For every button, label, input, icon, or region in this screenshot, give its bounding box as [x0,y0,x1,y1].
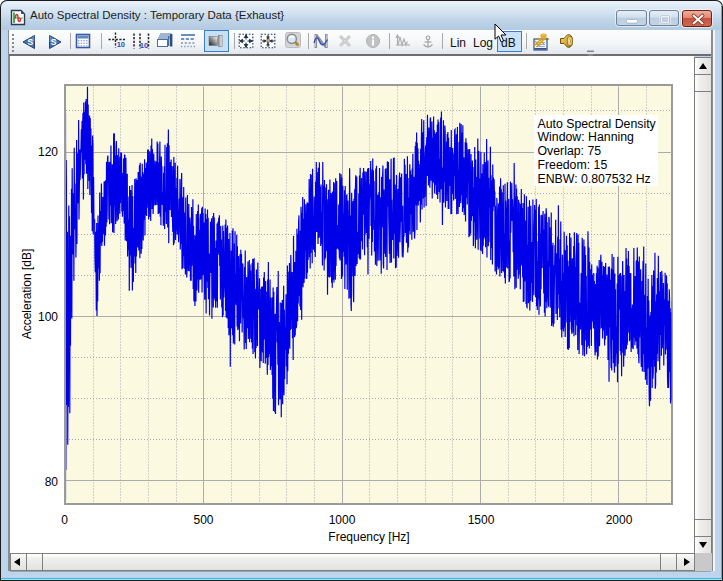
svg-text:0: 0 [61,513,68,527]
svg-text:Window: Hanning: Window: Hanning [538,130,635,144]
svg-text:Overlap: 75: Overlap: 75 [538,144,602,158]
svg-text:1000: 1000 [329,513,356,527]
svg-text:2000: 2000 [606,513,633,527]
svg-text:500: 500 [193,513,213,527]
svg-text:120: 120 [38,145,58,159]
svg-text:Acceleration [dB]: Acceleration [dB] [20,249,34,340]
svg-text:80: 80 [45,475,59,489]
svg-text:ENBW: 0.807532 Hz: ENBW: 0.807532 Hz [538,172,651,186]
svg-text:Freedom: 15: Freedom: 15 [538,158,608,172]
svg-text:100: 100 [38,310,58,324]
svg-text:1500: 1500 [468,513,495,527]
svg-text:Frequency [Hz]: Frequency [Hz] [328,530,409,544]
svg-text:Auto Spectral Density: Auto Spectral Density [538,117,657,131]
